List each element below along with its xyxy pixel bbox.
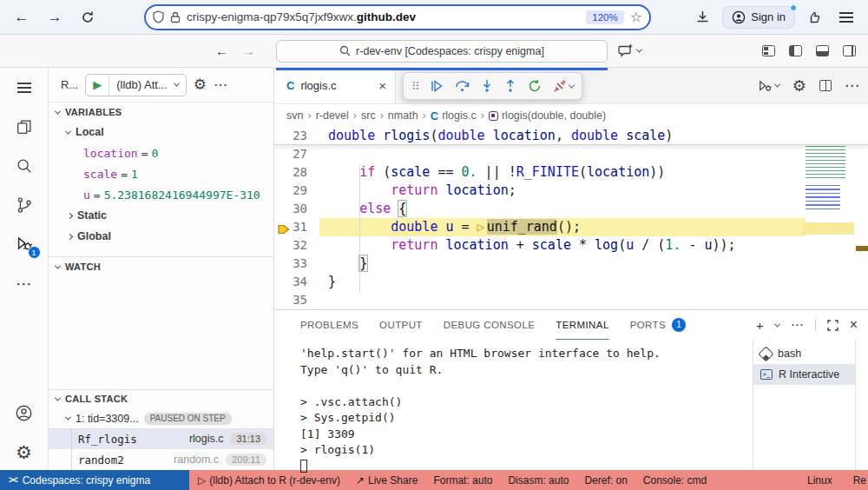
search-sidebar-icon[interactable] [13, 155, 36, 177]
line-number[interactable]: 28 [274, 163, 319, 182]
url-text[interactable]: crispy-enigma-qp79x5q7jxf9xwx.github.dev [187, 10, 580, 23]
toolbar-drag-handle[interactable]: ⠿ [411, 80, 418, 93]
status-item[interactable]: Disasm: auto [508, 474, 569, 487]
disconnect-icon[interactable] [553, 79, 567, 93]
stack-frame[interactable]: random2random.c209:11 [49, 449, 273, 470]
terminal-session-bash[interactable]: bash [753, 343, 855, 364]
terminal-session-r-interactive[interactable]: >_R Interactive [753, 364, 855, 385]
run-or-debug-button[interactable] [757, 78, 779, 94]
close-panel-icon[interactable]: × [850, 317, 858, 333]
variable-row[interactable]: u=5.2381682416944997E-310 [49, 184, 273, 205]
panel-tab-output[interactable]: OUTPUT [379, 310, 423, 340]
explorer-icon[interactable] [13, 116, 36, 138]
breadcrumb-item[interactable]: nmath [388, 109, 418, 122]
browser-forward-icon[interactable]: → [42, 4, 68, 30]
line-number[interactable]: 32 [274, 236, 319, 255]
step-over-icon[interactable] [455, 79, 470, 93]
scope-static[interactable]: Static [49, 205, 273, 226]
variables-header[interactable]: VARIABLES [49, 103, 273, 122]
customize-layout-icon[interactable] [762, 45, 775, 56]
panel-more-actions-icon[interactable]: ⋯ [791, 317, 804, 333]
editor-settings-gear-icon[interactable]: ⚙ [792, 78, 806, 94]
menu-icon[interactable] [13, 76, 36, 99]
more-views-icon[interactable]: ⋯ [13, 272, 36, 295]
browser-back-icon[interactable]: ← [9, 4, 35, 30]
command-center[interactable]: r-dev-env [Codespaces: crispy enigma] [276, 40, 608, 63]
chevron-down-icon[interactable] [568, 82, 574, 88]
debug-more-actions-icon[interactable]: ⋯ [214, 76, 227, 93]
step-out-icon[interactable] [504, 79, 516, 93]
breadcrumb-item[interactable]: rlogis(double, double) [489, 109, 606, 122]
scrollbar[interactable] [855, 340, 868, 470]
breadcrumb-item[interactable]: svn [286, 109, 303, 122]
sign-in-button[interactable]: Sign in [722, 6, 795, 29]
tab-close-icon[interactable]: × [378, 78, 386, 93]
status-item[interactable]: ↗Live Share [356, 474, 418, 487]
settings-gear-icon[interactable]: ⚙ [13, 440, 36, 463]
browser-reload-icon[interactable] [75, 4, 101, 30]
source-control-icon[interactable] [13, 194, 36, 216]
downloads-icon[interactable] [695, 10, 710, 24]
chat-sparkle-icon [618, 43, 634, 58]
line-number[interactable]: 35 [274, 291, 319, 309]
callstack-header[interactable]: CALL STACK [49, 390, 273, 408]
panel-tab-debug-console[interactable]: DEBUG CONSOLE [444, 310, 536, 340]
line-number[interactable]: 31 [274, 218, 319, 236]
toggle-sidebar-icon[interactable] [789, 45, 802, 56]
status-item[interactable]: ▷(lldb) Attach to R (r-dev-env) [198, 474, 340, 487]
tab-rlogis[interactable]: C rlogis.c × [274, 68, 396, 103]
status-item[interactable]: Console: cmd [643, 474, 707, 487]
code-line: 34} [274, 273, 806, 291]
new-terminal-icon[interactable]: + [756, 318, 764, 333]
status-item[interactable]: Re [853, 474, 866, 487]
toggle-secondary-sidebar-icon[interactable] [843, 45, 856, 56]
history-back-icon[interactable]: ← [215, 43, 228, 58]
line-number[interactable]: 29 [274, 182, 319, 200]
line-number[interactable]: 33 [274, 255, 319, 273]
chevron-down-icon[interactable] [774, 321, 780, 327]
breadcrumb-item[interactable]: r-devel [316, 109, 349, 122]
scope-global[interactable]: Global [49, 226, 273, 247]
copilot-chat-button[interactable] [618, 43, 641, 58]
status-item[interactable]: Deref: on [584, 474, 627, 487]
launch-config-dropdown[interactable]: (lldb) Att... [109, 78, 186, 91]
account-profile-icon[interactable] [13, 401, 36, 424]
watch-header[interactable]: WATCH [49, 257, 273, 276]
sign-in-label: Sign in [751, 10, 786, 23]
toggle-panel-icon[interactable] [816, 45, 829, 56]
stack-frame[interactable]: Rf_rlogisrlogis.c31:13 [49, 428, 273, 449]
line-number[interactable]: 30 [274, 200, 319, 218]
editor-more-actions-icon[interactable]: ⋯ [845, 76, 859, 95]
address-bar[interactable]: crispy-enigma-qp79x5q7jxf9xwx.github.dev… [144, 4, 651, 30]
bookmark-star-icon[interactable]: ☆ [630, 9, 642, 25]
panel-tab-problems[interactable]: PROBLEMS [300, 310, 358, 340]
browser-menu-icon[interactable] [833, 4, 859, 30]
restart-icon[interactable] [528, 79, 542, 93]
continue-icon[interactable] [430, 79, 444, 93]
variable-row[interactable]: scale=1 [49, 163, 273, 184]
code-editor[interactable]: 23 double rlogis(double location, double… [274, 127, 868, 309]
debug-settings-gear-icon[interactable]: ⚙ [194, 77, 207, 92]
callstack-thread[interactable]: 1: tid=3309... PAUSED ON STEP [49, 408, 273, 428]
remote-indicator[interactable]: >< Codespaces: crispy enigma [0, 470, 189, 490]
line-number[interactable]: 34 [274, 273, 319, 291]
history-forward-icon[interactable]: → [242, 43, 255, 58]
start-debug-button[interactable]: ▶ [86, 75, 109, 96]
panel-tab-ports[interactable]: PORTS1 [630, 310, 686, 340]
variable-row[interactable]: location=0 [49, 142, 273, 163]
thumbs-up-icon[interactable] [807, 10, 821, 24]
breadcrumb-item[interactable]: src [361, 109, 376, 122]
status-item[interactable]: Linux [807, 474, 832, 487]
terminal-output[interactable]: 'help.start()' for an HTML browser inter… [274, 340, 753, 470]
status-item[interactable]: Format: auto [433, 474, 492, 487]
panel-tab-terminal[interactable]: TERMINAL [556, 310, 608, 340]
chevron-down-icon [174, 81, 180, 87]
page-zoom-badge[interactable]: 120% [586, 10, 623, 24]
maximize-panel-icon[interactable] [827, 320, 838, 331]
scope-local[interactable]: Local [49, 122, 273, 142]
step-into-icon[interactable] [481, 79, 493, 93]
run-and-debug-icon[interactable]: 1 [13, 233, 36, 255]
line-number[interactable]: 27 [274, 145, 319, 163]
breadcrumb-item[interactable]: Crlogis.c [431, 109, 477, 122]
split-editor-icon[interactable] [819, 80, 832, 91]
